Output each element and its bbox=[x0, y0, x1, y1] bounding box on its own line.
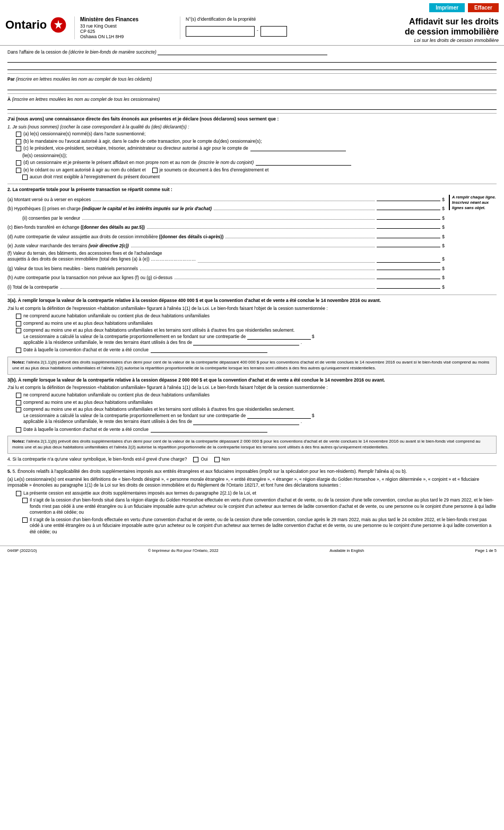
check5a1sub2-box[interactable] bbox=[22, 517, 28, 523]
check3b1-box[interactable] bbox=[16, 393, 21, 398]
row-g-label: (g) Valeur de tous les biens meubles - b… bbox=[7, 266, 138, 272]
check3a4-row: Date à laquelle la convention d'achat et… bbox=[16, 347, 497, 353]
main-title: Affidavit sur les droitsde cession immob… bbox=[298, 16, 499, 37]
check3b4-field[interactable] bbox=[151, 427, 267, 433]
check3a4-text: Date à laquelle la convention d'achat et… bbox=[23, 347, 149, 353]
row-f-field[interactable] bbox=[377, 256, 440, 263]
check3b2-box[interactable] bbox=[16, 400, 21, 405]
notez3b-box: Notez: l'alinéa 2(1.1)(b) prévoit des dr… bbox=[7, 436, 497, 454]
row-f-dollar: $ bbox=[442, 256, 445, 262]
id-area: N°(s) d'identification de la propriété - bbox=[180, 16, 292, 37]
par-note: (inscrire en lettres moulées les nom au … bbox=[16, 76, 152, 82]
check-d-text: (d) un cessionnaire et je présente le pr… bbox=[23, 160, 196, 166]
row-b2-field[interactable] bbox=[377, 213, 440, 220]
row-i-dollar: $ bbox=[442, 284, 445, 290]
check3a2-box[interactable] bbox=[16, 321, 21, 326]
a-note: (inscrire en lettres moulées les nom au … bbox=[12, 97, 160, 102]
logo-area: Ontario bbox=[5, 16, 74, 33]
check-c-box[interactable] bbox=[16, 146, 21, 151]
check3b1-row: ne comprend aucune habitation unifamilia… bbox=[16, 392, 497, 398]
id-label: N°(s) d'identification de la propriété bbox=[186, 16, 287, 22]
check-a-row: (a) le(s) cessionnaire(s) nommé(s) dans … bbox=[16, 131, 497, 137]
effacer-button[interactable]: Effacer bbox=[468, 3, 499, 12]
id-field-2[interactable] bbox=[260, 26, 287, 37]
check3a1-row: ne comprend aucune habitation unifamilia… bbox=[16, 313, 497, 319]
check-c-field[interactable] bbox=[250, 145, 346, 151]
check-b-text: (b) le mandataire ou l'avocat autorisé à… bbox=[23, 139, 262, 144]
check3b4-box[interactable] bbox=[16, 427, 21, 433]
non-checkbox[interactable] bbox=[214, 457, 220, 462]
check-e-box[interactable] bbox=[16, 168, 21, 173]
section3b: 3(b). À remplir lorsque la valeur de la … bbox=[7, 377, 497, 433]
check-e3-box[interactable] bbox=[22, 175, 28, 180]
row-f: (f) Valeur du terrain, des bâtiments, de… bbox=[7, 250, 445, 263]
par-field[interactable] bbox=[7, 84, 497, 90]
imprimer-button[interactable]: Imprimer bbox=[429, 3, 465, 12]
check-d-box[interactable] bbox=[16, 160, 21, 166]
check3b3-text: comprend au moins une et au plus deux ha… bbox=[23, 407, 315, 425]
dans-affaire-section: Dans l'affaire de la cession de (décrire… bbox=[7, 49, 497, 70]
check3a4-field[interactable] bbox=[151, 347, 267, 353]
notez3b-label: Notez: bbox=[12, 439, 25, 444]
check-e-row: (e) le cédant ou un agent autorisé à agi… bbox=[16, 167, 497, 173]
row-i-field[interactable] bbox=[377, 282, 440, 289]
check3a3-field1[interactable] bbox=[247, 334, 311, 340]
row-g-field[interactable] bbox=[377, 264, 440, 270]
row-i: (i) Total de la contrepartie $ bbox=[7, 282, 445, 290]
check3a3-box[interactable] bbox=[16, 328, 21, 333]
check3b2-row: comprend au moins une et au plus deux ha… bbox=[16, 400, 497, 405]
non-row: Non bbox=[214, 456, 230, 462]
check-e2-box[interactable] bbox=[152, 168, 158, 173]
row-a-dollar: $ bbox=[442, 197, 445, 203]
check3b3-box[interactable] bbox=[16, 407, 21, 412]
row-e-field[interactable] bbox=[377, 241, 440, 247]
footer-form-number: 0449F (2022/10) bbox=[7, 548, 37, 553]
dans-affaire-field[interactable] bbox=[158, 49, 327, 55]
check5a1-box[interactable] bbox=[16, 491, 21, 496]
row-c-field[interactable] bbox=[377, 222, 440, 229]
check5a1sub2-row: Il s'agit de la cession d'un bien-fonds … bbox=[22, 517, 497, 535]
ministry-area: Ministère des Finances 33 rue King Ouest… bbox=[74, 16, 180, 39]
dans-affaire-field-3[interactable] bbox=[7, 64, 497, 70]
row-b1-field[interactable] bbox=[377, 204, 440, 210]
check3b3-field2[interactable] bbox=[193, 419, 299, 425]
check3a3-text: comprend au moins une et au plus deux ha… bbox=[23, 327, 315, 345]
row-a: (a) Montant versé ou à verser en espèces… bbox=[7, 195, 445, 203]
section3a: 3(a). À remplir lorsque la valeur de la … bbox=[7, 298, 497, 353]
oui-label: Oui bbox=[201, 456, 207, 462]
section2-main: (a) Montant versé ou à verser en espèces… bbox=[7, 195, 445, 291]
a-field[interactable] bbox=[7, 103, 497, 110]
check3a3-field2[interactable] bbox=[193, 340, 299, 345]
row-d-field[interactable] bbox=[377, 232, 440, 238]
check3a1-box[interactable] bbox=[16, 314, 21, 319]
footer-available: Available in English bbox=[329, 548, 364, 553]
ministry-address: 33 rue King OuestCP 625Oshawa ON L1H 8H9 bbox=[80, 23, 175, 39]
row-b1: (b) Hypothèques (i) prises en charge (in… bbox=[7, 204, 445, 212]
notez3a-box: Notez: l'alinéa 2(1.1)(b) prévoit des dr… bbox=[7, 357, 497, 375]
dans-affaire-field-2[interactable] bbox=[7, 56, 497, 63]
check-e2-text: je soumets ce document à des fins d'enre… bbox=[160, 167, 269, 173]
check3a4-box[interactable] bbox=[16, 348, 21, 353]
section4: 4. Si la contrepartie n'a qu'une valeur … bbox=[7, 456, 497, 462]
sub-title: Loi sur les droits de cession immobilièr… bbox=[298, 38, 499, 43]
check-a-box[interactable] bbox=[16, 132, 21, 137]
check3a2-row: comprend au moins une et au plus deux ha… bbox=[16, 321, 497, 326]
row-a-field[interactable] bbox=[377, 195, 440, 201]
side-note: A remplir chaque ligne. Inscrivez néant … bbox=[449, 195, 497, 210]
check3b3-field1[interactable] bbox=[247, 413, 311, 419]
check5a1sub1-box[interactable] bbox=[22, 498, 28, 503]
check-d-field[interactable] bbox=[256, 160, 351, 166]
row-c-label: (c) Bien-fonds transféré en échange ((do… bbox=[7, 224, 145, 230]
row-d: (d) Autre contrepartie de valeur assujet… bbox=[7, 232, 445, 240]
id-separator: - bbox=[257, 28, 258, 33]
check-a-text: (a) le(s) cessionnaire(s) nommé(s) dans … bbox=[23, 131, 145, 137]
par-label: Par bbox=[7, 76, 15, 82]
oui-checkbox[interactable] bbox=[193, 457, 198, 462]
row-h-field[interactable] bbox=[377, 273, 440, 279]
row-d-dollar: $ bbox=[442, 234, 445, 240]
section5: 5. 5. Énoncés relatifs à l'applicabilité… bbox=[7, 469, 497, 535]
check-b-box[interactable] bbox=[16, 139, 21, 144]
id-field-1[interactable] bbox=[186, 26, 255, 37]
check5a1-text: La présente cession est assujettie aux d… bbox=[23, 490, 256, 496]
check5a1sub1-text: Il s'agit de la cession d'un bien-fonds … bbox=[30, 497, 497, 515]
